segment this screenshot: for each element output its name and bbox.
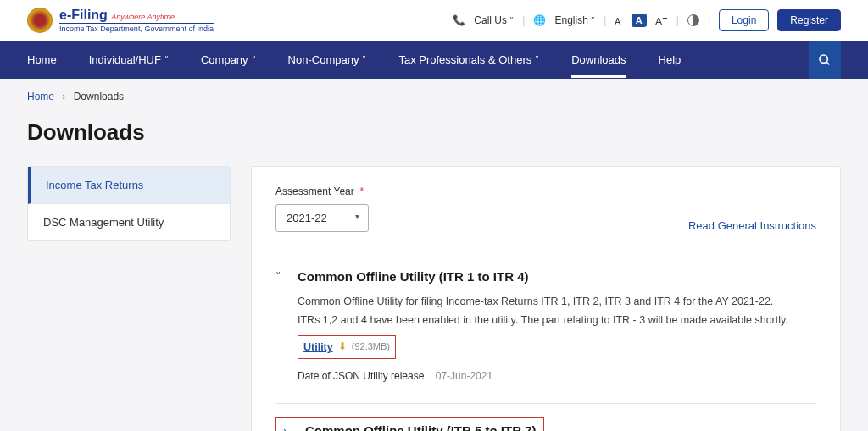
ay-select[interactable]: 2021-22	[275, 204, 369, 232]
search-button[interactable]	[809, 41, 841, 79]
top-header: e-Filing Anywhere Anytime Income Tax Dep…	[0, 0, 868, 41]
top-right-controls: 📞 Call Us ˅ | 🌐 English ˅ | A- A A+ | | …	[453, 9, 841, 31]
breadcrumb: Home › Downloads	[27, 91, 841, 102]
globe-icon: 🌐	[533, 14, 546, 26]
nav-help[interactable]: Help	[659, 41, 682, 78]
font-normal[interactable]: A	[632, 14, 647, 27]
emblem-icon	[27, 8, 53, 33]
breadcrumb-home[interactable]: Home	[27, 91, 54, 102]
dept-text: Income Tax Department, Government of Ind…	[59, 23, 214, 34]
font-increase[interactable]: A+	[655, 13, 668, 28]
instructions-link[interactable]: Read General Instructions	[688, 219, 816, 232]
logo[interactable]: e-Filing Anywhere Anytime Income Tax Dep…	[27, 7, 214, 34]
download-icon: ⬇	[338, 338, 347, 356]
main-nav: Home Individual/HUF ˅ Company ˅ Non-Comp…	[0, 41, 868, 79]
search-icon	[818, 53, 832, 67]
contrast-icon[interactable]	[687, 14, 699, 26]
sidebar: Income Tax Returns DSC Management Utilit…	[27, 166, 231, 241]
acc-desc-line1: Common Offline Utility for filing Income…	[298, 292, 816, 312]
brand-tagline: Anywhere Anytime	[111, 13, 175, 21]
sidebar-item-dsc[interactable]: DSC Management Utility	[28, 204, 230, 240]
font-decrease[interactable]: A-	[615, 14, 622, 26]
svg-point-0	[820, 55, 827, 63]
language-selector[interactable]: English ˅	[554, 14, 595, 26]
utility-size: (92.3MB)	[352, 339, 390, 356]
sidebar-item-itr[interactable]: Income Tax Returns	[28, 167, 230, 204]
page-title: Downloads	[27, 119, 841, 146]
accordion-head-itr5-7[interactable]: › Common Offline Utility (ITR 5 to ITR 7…	[275, 417, 544, 431]
utility-link[interactable]: Utility	[303, 338, 333, 357]
login-button[interactable]: Login	[719, 9, 769, 31]
nav-downloads[interactable]: Downloads	[571, 41, 626, 78]
nav-individual[interactable]: Individual/HUF ˅	[89, 41, 169, 78]
svg-line-1	[826, 62, 829, 64]
phone-icon: 📞	[453, 14, 465, 26]
register-button[interactable]: Register	[777, 9, 841, 31]
breadcrumb-current: Downloads	[74, 91, 124, 102]
callus-link[interactable]: Call Us ˅	[474, 14, 514, 26]
nav-noncompany[interactable]: Non-Company ˅	[288, 41, 367, 78]
nav-home[interactable]: Home	[27, 41, 57, 78]
chevron-right-icon: ›	[283, 424, 295, 431]
acc-desc-line2: ITRs 1,2 and 4 have been enabled in the …	[298, 311, 816, 330]
brand-text: e-Filing	[59, 8, 108, 22]
accordion-itr1-4: ˅ Common Offline Utility (ITR 1 to ITR 4…	[275, 256, 816, 404]
main-content: Assessment Year * 2021-22 Read General I…	[251, 166, 841, 431]
ay-label: Assessment Year *	[275, 185, 369, 197]
accordion-head-itr1-4[interactable]: ˅ Common Offline Utility (ITR 1 to ITR 4…	[275, 269, 816, 284]
release-row: Date of JSON Utility release 07-Jun-2021	[298, 367, 816, 386]
nav-company[interactable]: Company ˅	[201, 41, 256, 78]
chevron-down-icon: ˅	[275, 270, 287, 283]
utility-download-row: Utility ⬇ (92.3MB)	[298, 335, 396, 360]
accordion-itr5-7: › Common Offline Utility (ITR 5 to ITR 7…	[275, 404, 816, 431]
nav-taxpro[interactable]: Tax Professionals & Others ˅	[398, 41, 539, 78]
